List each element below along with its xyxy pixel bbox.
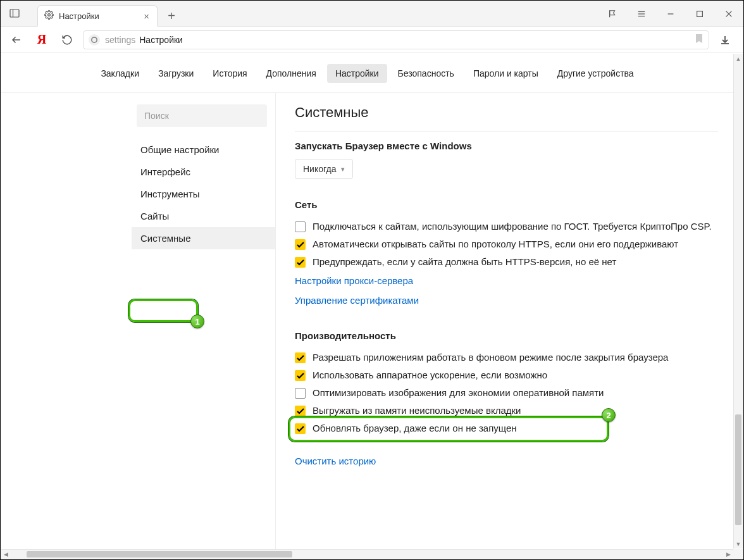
checkbox-label: Использовать аппаратное ускорение, если …	[313, 370, 547, 380]
reload-button[interactable]	[55, 28, 79, 52]
topnav-downloads[interactable]: Загрузки	[150, 64, 202, 83]
checkbox-icon[interactable]	[295, 370, 306, 381]
perf-opt-background[interactable]: Разрешать приложениям работать в фоновом…	[295, 349, 718, 366]
window-controls	[598, 1, 743, 27]
perf-opt-hwaccel[interactable]: Использовать аппаратное ускорение, если …	[295, 366, 718, 384]
tab-title: Настройки	[59, 11, 137, 21]
clear-history-link[interactable]: Очистить историю	[295, 451, 718, 471]
checkbox-label: Предупреждать, если у сайта должна быть …	[313, 256, 616, 267]
scroll-thumb[interactable]	[27, 551, 292, 557]
settings-main: Системные Запускать Браузер вместе с Win…	[276, 93, 733, 549]
scroll-left-icon[interactable]: ◀	[1, 550, 11, 559]
certs-link[interactable]: Управление сертификатами	[295, 290, 718, 310]
perf-opt-image-optimize[interactable]: Оптимизировать изображения для экономии …	[295, 384, 718, 402]
browser-tab[interactable]: Настройки ×	[37, 5, 158, 27]
startup-title: Запускать Браузер вместе с Windows	[295, 140, 718, 151]
checkbox-label: Подключаться к сайтам, использующим шифр…	[313, 221, 712, 232]
sidebar-item-system[interactable]: Системные	[132, 227, 275, 249]
checkbox-icon[interactable]	[295, 423, 306, 434]
site-info-icon[interactable]	[89, 34, 100, 46]
topnav-devices[interactable]: Другие устройства	[549, 64, 642, 83]
address-path: settings	[105, 35, 135, 45]
checkbox-label: Разрешать приложениям работать в фоновом…	[313, 352, 668, 363]
yandex-logo-icon[interactable]: Я	[30, 28, 54, 52]
svg-point-12	[92, 37, 97, 42]
scroll-right-icon[interactable]: ▶	[724, 550, 733, 559]
menu-icon[interactable]	[627, 1, 656, 27]
network-opt-gost[interactable]: Подключаться к сайтам, использующим шифр…	[295, 218, 718, 235]
close-window-button[interactable]	[714, 1, 743, 27]
scroll-corner	[733, 549, 743, 559]
startup-dropdown[interactable]: Никогда ▾	[295, 159, 353, 179]
page-heading: Системные	[295, 104, 718, 132]
scroll-thumb[interactable]	[735, 414, 741, 525]
sidebar-item-tools[interactable]: Инструменты	[132, 183, 275, 205]
perf-title: Производительность	[295, 330, 718, 341]
toolbar: Я settings Настройки	[1, 27, 743, 53]
address-bar[interactable]: settings Настройки	[83, 30, 709, 49]
sidebar-item-sites[interactable]: Сайты	[132, 205, 275, 227]
page-content: Закладки Загрузки История Дополнения Нас…	[1, 54, 733, 549]
downloads-button[interactable]	[713, 28, 737, 52]
checkbox-icon[interactable]	[295, 406, 306, 416]
group-network: Сеть Подключаться к сайтам, использующим…	[295, 199, 718, 310]
scroll-up-icon[interactable]: ▲	[734, 54, 743, 63]
horizontal-scrollbar[interactable]: ◀ ▶	[1, 549, 733, 559]
checkbox-icon[interactable]	[295, 352, 306, 363]
checkbox-icon[interactable]	[295, 388, 306, 399]
network-opt-https-warn[interactable]: Предупреждать, если у сайта должна быть …	[295, 253, 718, 271]
svg-rect-0	[10, 9, 19, 17]
annotation-badge-2: 2	[602, 408, 616, 422]
bookmark-icon[interactable]	[695, 34, 704, 46]
network-title: Сеть	[295, 199, 718, 210]
checkbox-label: Выгружать из памяти неиспользуемые вклад…	[313, 405, 521, 416]
topnav-settings[interactable]: Настройки	[327, 64, 387, 83]
scroll-down-icon[interactable]: ▼	[734, 539, 743, 549]
checkbox-label: Автоматически открывать сайты по протоко…	[313, 239, 678, 249]
group-startup: Запускать Браузер вместе с Windows Никог…	[295, 140, 718, 179]
topnav-history[interactable]: История	[204, 64, 255, 83]
back-button[interactable]	[4, 28, 28, 52]
sidebar-item-interface[interactable]: Интерфейс	[132, 161, 275, 183]
annotation-badge-1: 1	[190, 314, 204, 328]
checkbox-icon[interactable]	[295, 239, 306, 250]
perf-opt-unload-tabs[interactable]: Выгружать из памяти неиспользуемые вклад…	[295, 402, 718, 420]
checkbox-label: Оптимизировать изображения для экономии …	[313, 387, 604, 398]
sidebar-item-general[interactable]: Общие настройки	[132, 139, 275, 161]
maximize-button[interactable]	[685, 1, 714, 27]
address-title: Настройки	[139, 35, 183, 45]
chevron-down-icon: ▾	[341, 165, 345, 173]
sidebar-search[interactable]: Поиск	[137, 104, 267, 127]
proxy-settings-link[interactable]: Настройки прокси-сервера	[295, 271, 718, 290]
perf-opt-auto-update[interactable]: Обновлять браузер, даже если он не запущ…	[295, 420, 718, 437]
close-tab-icon[interactable]: ×	[144, 11, 149, 22]
side-panel-button[interactable]	[1, 1, 28, 26]
startup-dropdown-value: Никогда	[303, 164, 336, 174]
checkbox-icon[interactable]	[295, 221, 306, 232]
svg-point-2	[48, 14, 51, 16]
vertical-scrollbar[interactable]: ▲ ▼	[733, 54, 743, 549]
bookmark-flag-icon[interactable]	[598, 1, 627, 27]
checkbox-label: Обновлять браузер, даже если он не запущ…	[313, 423, 517, 433]
group-performance: Производительность Разрешать приложениям…	[295, 330, 718, 471]
minimize-button[interactable]	[656, 1, 685, 27]
settings-topnav: Закладки Загрузки История Дополнения Нас…	[1, 54, 733, 93]
network-opt-https-auto[interactable]: Автоматически открывать сайты по протоко…	[295, 235, 718, 253]
checkbox-icon[interactable]	[295, 257, 306, 268]
gear-icon	[44, 10, 54, 22]
topnav-security[interactable]: Безопасность	[390, 64, 462, 83]
new-tab-button[interactable]: +	[161, 6, 182, 26]
window-titlebar: Настройки × +	[1, 1, 743, 27]
topnav-passwords[interactable]: Пароли и карты	[465, 64, 547, 83]
topnav-bookmarks[interactable]: Закладки	[92, 64, 147, 83]
svg-rect-8	[697, 11, 703, 16]
topnav-addons[interactable]: Дополнения	[258, 64, 325, 83]
